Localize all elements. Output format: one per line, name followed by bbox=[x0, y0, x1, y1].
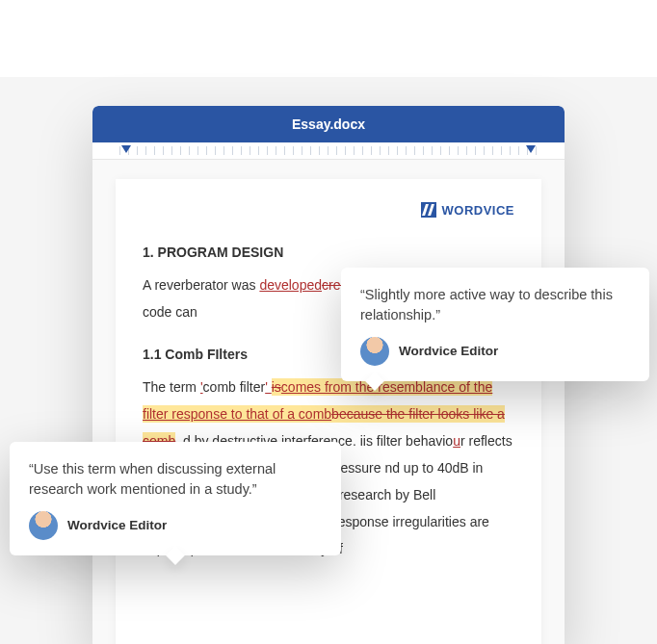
ruler[interactable] bbox=[92, 142, 565, 160]
comment-text: “Slightly more active way to describe th… bbox=[360, 285, 630, 325]
comment-bubble[interactable]: “Slightly more active way to describe th… bbox=[341, 268, 649, 381]
comment-author: Wordvice Editor bbox=[360, 337, 630, 366]
title-bar: Essay.docx bbox=[92, 106, 565, 142]
ruler-marker-left[interactable] bbox=[121, 145, 131, 153]
text: The term bbox=[143, 379, 200, 395]
avatar bbox=[29, 511, 58, 540]
wordvice-logo-icon bbox=[421, 202, 436, 218]
ruler-marker-right[interactable] bbox=[526, 145, 536, 153]
comment-bubble[interactable]: “Use this term when discussing external … bbox=[10, 442, 341, 555]
heading-1: 1. PROGRAM DESIGN bbox=[143, 239, 514, 266]
tracked-delete[interactable]: is bbox=[272, 379, 281, 395]
brand: WORDVICE bbox=[143, 202, 514, 218]
author-name: Wordvice Editor bbox=[67, 516, 167, 535]
text: research by Bell bbox=[335, 487, 435, 502]
author-name: Wordvice Editor bbox=[399, 342, 498, 361]
tracked-insert[interactable]: u bbox=[453, 433, 460, 449]
comment-text: “Use this term when discussing external … bbox=[29, 459, 322, 500]
text: A reverberator was bbox=[143, 277, 259, 293]
comment-author: Wordvice Editor bbox=[29, 511, 322, 540]
text: comb filter bbox=[203, 379, 266, 395]
document-page: WORDVICE 1. PROGRAM DESIGN A reverberato… bbox=[116, 179, 541, 644]
document-title: Essay.docx bbox=[292, 116, 365, 132]
brand-text: WORDVICE bbox=[442, 203, 515, 218]
tracked-insert[interactable]: developed bbox=[259, 277, 322, 293]
avatar bbox=[360, 337, 389, 366]
